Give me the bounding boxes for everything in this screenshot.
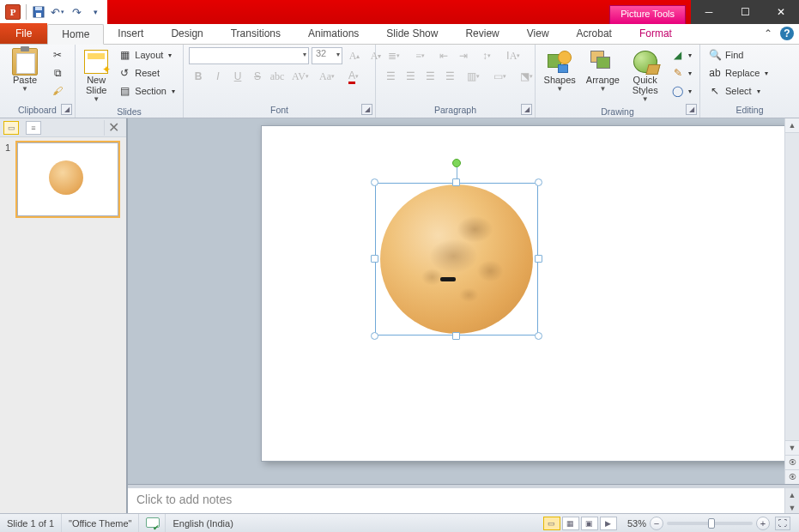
resize-handle-bottom-left[interactable] xyxy=(371,332,378,340)
change-case-button[interactable]: Aa▾ xyxy=(314,68,340,85)
scroll-up-icon[interactable]: ▲ xyxy=(785,118,799,133)
slide-canvas-zone[interactable]: ▲ ▼ ⦿ ⦿ xyxy=(128,118,799,484)
align-text-button[interactable]: ▭▾ xyxy=(487,68,512,85)
qat-customize-icon[interactable]: ▾ xyxy=(88,5,102,19)
previous-slide-icon[interactable]: ⦿ xyxy=(785,455,799,469)
resize-handle-right[interactable] xyxy=(535,255,542,263)
shape-effects-button[interactable]: ◯▾ xyxy=(669,83,694,99)
copy-button[interactable]: ⧉ xyxy=(48,65,67,81)
tab-slideshow[interactable]: Slide Show xyxy=(372,23,451,44)
clipboard-dialog-launcher[interactable]: ◢ xyxy=(61,104,72,115)
increase-indent-button[interactable]: ⇥ xyxy=(454,47,473,64)
paragraph-dialog-launcher[interactable]: ◢ xyxy=(521,104,532,115)
tab-transitions[interactable]: Transitions xyxy=(217,23,294,44)
notes-pane[interactable]: Click to add notes ▲▼ xyxy=(128,487,799,513)
tab-view[interactable]: View xyxy=(513,23,563,44)
maximize-button[interactable]: ☐ xyxy=(727,0,763,24)
status-theme[interactable]: "Office Theme" xyxy=(62,514,139,532)
slide-thumbnail-preview[interactable] xyxy=(17,142,118,216)
resize-handle-top-right[interactable] xyxy=(535,178,542,186)
select-button[interactable]: ↖Select▾ xyxy=(705,83,771,99)
numbering-button[interactable]: ≡▾ xyxy=(408,47,433,64)
slide-sorter-view-icon[interactable]: ▦ xyxy=(562,517,579,530)
zoom-slider[interactable] xyxy=(667,522,753,525)
resize-handle-bottom[interactable] xyxy=(452,332,460,340)
reset-button[interactable]: ↺Reset xyxy=(115,65,178,81)
format-painter-button[interactable]: 🖌 xyxy=(48,83,67,99)
grow-font-button[interactable]: A▴ xyxy=(345,47,364,64)
minimize-ribbon-icon[interactable]: ⌃ xyxy=(761,27,775,40)
zoom-slider-thumb[interactable] xyxy=(708,518,715,529)
tab-file[interactable]: File xyxy=(0,23,47,44)
status-language[interactable]: English (India) xyxy=(166,514,239,532)
font-color-button[interactable]: A▾ xyxy=(341,68,366,85)
status-slide-indicator[interactable]: Slide 1 of 1 xyxy=(0,514,62,532)
strikethrough-button[interactable]: S xyxy=(248,68,267,85)
minimize-button[interactable]: ─ xyxy=(691,0,727,24)
slide-thumbnail-1[interactable]: 1 xyxy=(5,142,121,216)
replace-button[interactable]: abReplace▾ xyxy=(705,65,771,81)
rotation-handle[interactable] xyxy=(452,159,461,167)
shape-outline-button[interactable]: ✎▾ xyxy=(669,65,694,81)
section-button[interactable]: ▤Section▾ xyxy=(115,83,178,99)
zoom-out-button[interactable]: − xyxy=(650,517,663,530)
tab-insert[interactable]: Insert xyxy=(104,23,157,44)
new-slide-button[interactable]: New Slide ▼ xyxy=(81,47,112,105)
quick-styles-button[interactable]: Quick Styles ▼ xyxy=(626,47,663,105)
cut-button[interactable]: ✂ xyxy=(48,47,67,63)
notes-scroll-down-icon[interactable]: ▼ xyxy=(785,501,799,513)
paste-button[interactable]: Paste ▼ xyxy=(5,47,45,94)
bold-button[interactable]: B xyxy=(189,68,208,85)
zoom-level[interactable]: 53% xyxy=(627,518,646,529)
decrease-indent-button[interactable]: ⇤ xyxy=(434,47,453,64)
notes-scroll-up-icon[interactable]: ▲ xyxy=(785,488,799,501)
slideshow-view-icon[interactable]: ▶ xyxy=(600,517,617,530)
italic-button[interactable]: I xyxy=(209,68,227,85)
scroll-down-icon[interactable]: ▼ xyxy=(785,440,799,455)
close-button[interactable]: ✕ xyxy=(763,0,799,24)
drawing-dialog-launcher[interactable]: ◢ xyxy=(686,104,697,115)
undo-icon[interactable]: ↶▾ xyxy=(51,5,64,19)
bullets-button[interactable]: ≣▾ xyxy=(381,47,407,64)
arrange-button[interactable]: Arrange ▼ xyxy=(582,47,623,94)
normal-view-icon[interactable]: ▭ xyxy=(543,517,560,530)
layout-button[interactable]: ▦Layout▾ xyxy=(115,47,178,63)
line-spacing-button[interactable]: ↕▾ xyxy=(474,47,499,64)
close-pane-icon[interactable]: ✕ xyxy=(104,120,123,136)
vertical-scrollbar[interactable]: ▲ ▼ ⦿ ⦿ xyxy=(784,118,799,484)
help-icon[interactable]: ? xyxy=(780,27,794,40)
resize-handle-left[interactable] xyxy=(371,255,378,263)
outline-tab-icon[interactable]: ≡ xyxy=(26,121,41,135)
fit-to-window-button[interactable]: ⛶ xyxy=(775,517,790,530)
tab-design[interactable]: Design xyxy=(157,23,216,44)
align-left-button[interactable]: ☰ xyxy=(381,68,400,85)
selected-picture[interactable] xyxy=(375,183,538,336)
align-center-button[interactable]: ☰ xyxy=(401,68,420,85)
shape-fill-button[interactable]: ◢▾ xyxy=(669,47,694,63)
resize-handle-top[interactable] xyxy=(452,178,460,186)
tab-animations[interactable]: Animations xyxy=(294,23,372,44)
font-dialog-launcher[interactable]: ◢ xyxy=(361,104,372,115)
zoom-in-button[interactable]: + xyxy=(756,517,770,530)
redo-icon[interactable]: ↷ xyxy=(70,5,83,19)
resize-handle-bottom-right[interactable] xyxy=(535,332,542,340)
underline-button[interactable]: U xyxy=(228,68,247,85)
font-size-combo[interactable]: 32▾ xyxy=(312,47,342,64)
shadow-button[interactable]: abc xyxy=(268,68,287,85)
tab-acrobat[interactable]: Acrobat xyxy=(563,23,626,44)
notes-scrollbar[interactable]: ▲▼ xyxy=(784,488,799,513)
text-direction-button[interactable]: ⅠA▾ xyxy=(500,47,526,64)
resize-handle-top-left[interactable] xyxy=(371,178,378,186)
status-spellcheck[interactable] xyxy=(139,514,166,532)
reading-view-icon[interactable]: ▣ xyxy=(581,517,598,530)
find-button[interactable]: 🔍Find xyxy=(705,47,771,63)
font-family-combo[interactable]: ▾ xyxy=(189,47,309,64)
tab-format[interactable]: Format xyxy=(626,23,686,44)
align-right-button[interactable]: ☰ xyxy=(421,68,439,85)
save-icon[interactable] xyxy=(32,5,45,19)
tab-home[interactable]: Home xyxy=(47,24,104,45)
columns-button[interactable]: ▥▾ xyxy=(460,68,486,85)
shapes-button[interactable]: Shapes ▼ xyxy=(541,47,578,94)
justify-button[interactable]: ☰ xyxy=(440,68,459,85)
character-spacing-button[interactable]: AV▾ xyxy=(288,68,313,85)
